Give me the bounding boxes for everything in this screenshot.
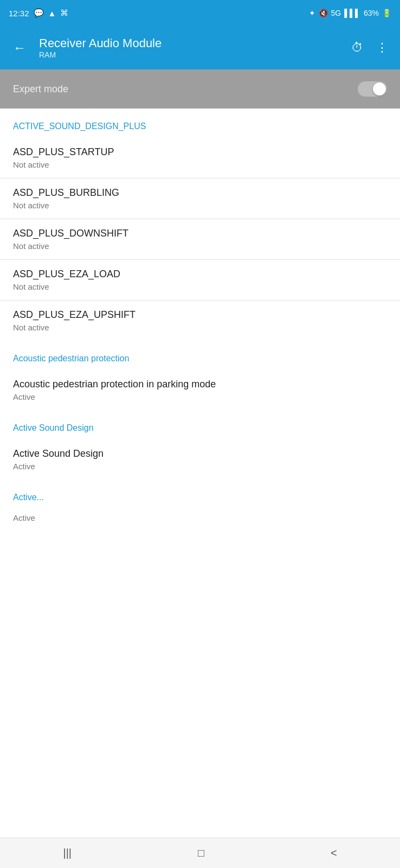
list-item-asd-plus-burbling[interactable]: ASD_PLUS_BURBLING Not active (0, 178, 400, 219)
status-bar-left: 12:32 💬 ▲ ⌘ (9, 8, 68, 18)
list-item-asd-plus-downshift[interactable]: ASD_PLUS_DOWNSHIFT Not active (0, 219, 400, 260)
section-header-partial: Active... (0, 480, 400, 505)
list-item-subtitle: Not active (13, 282, 387, 291)
list-item-asd-plus-startup[interactable]: ASD_PLUS_STARTUP Not active (0, 138, 400, 178)
list-item-title: ASD_PLUS_BURBLING (13, 187, 387, 199)
recents-button[interactable]: ||| (50, 840, 85, 866)
expert-mode-bar: Expert mode (0, 69, 400, 108)
battery-level: 63% (364, 9, 379, 17)
section-header-acoustic-pedestrian: Acoustic pedestrian protection (0, 341, 400, 370)
message-icon: 💬 (34, 8, 44, 18)
app-bar: ← Receiver Audio Module RAM ⏱ ⋮ (0, 26, 400, 69)
partial-list-item[interactable]: Active (0, 505, 400, 527)
mute-icon: 🔇 (319, 9, 328, 17)
status-time: 12:32 (9, 9, 29, 18)
list-item-title: ASD_PLUS_EZA_LOAD (13, 269, 387, 280)
battery-icon: 🔋 (382, 9, 391, 17)
toggle-thumb (373, 82, 386, 95)
network-icon: 5G (331, 9, 341, 17)
list-item-subtitle: Active (13, 462, 387, 471)
more-options-icon[interactable]: ⋮ (373, 37, 391, 58)
list-item-asd-plus-eza-load[interactable]: ASD_PLUS_EZA_LOAD Not active (0, 260, 400, 301)
list-item-subtitle: Not active (13, 201, 387, 210)
app-bar-title-container: Receiver Audio Module RAM (39, 36, 339, 59)
list-item-subtitle: Active (13, 392, 387, 401)
list-item-asd-plus-eza-upshift[interactable]: ASD_PLUS_EZA_UPSHIFT Not active (0, 301, 400, 341)
home-button[interactable]: □ (185, 840, 217, 866)
list-item-title: Acoustic pedestrian protection in parkin… (13, 379, 387, 390)
list-item-title: ASD_PLUS_STARTUP (13, 146, 387, 158)
bluetooth-icon: ✦ (309, 9, 315, 17)
car-icon: ⌘ (60, 8, 68, 18)
list-item-title: ASD_PLUS_DOWNSHIFT (13, 228, 387, 239)
back-button[interactable]: ← (9, 36, 30, 60)
list-item-app-parking-mode[interactable]: Acoustic pedestrian protection in parkin… (0, 370, 400, 410)
maps-icon: ▲ (48, 9, 56, 18)
list-item-subtitle: Not active (13, 323, 387, 332)
status-bar: 12:32 💬 ▲ ⌘ ✦ 🔇 5G ▌▌▌ 63% 🔋 (0, 0, 400, 26)
expert-mode-label: Expert mode (13, 84, 68, 95)
history-icon[interactable]: ⏱ (348, 37, 366, 58)
nav-bar: ||| □ < (0, 838, 400, 868)
signal-icon: ▌▌▌ (344, 9, 360, 17)
section-header-active-sound-design: Active Sound Design (0, 410, 400, 439)
list-item-title: Active Sound Design (13, 448, 387, 459)
app-bar-actions: ⏱ ⋮ (348, 37, 391, 58)
expert-mode-toggle[interactable] (358, 81, 387, 97)
section-header-active-sound-design-plus: ACTIVE_SOUND_DESIGN_PLUS (0, 108, 400, 138)
list-item-subtitle: Not active (13, 241, 387, 251)
list-item-active-sound-design[interactable]: Active Sound Design Active (0, 439, 400, 480)
toggle-track (358, 81, 387, 97)
list-item-subtitle: Not active (13, 160, 387, 169)
back-nav-button[interactable]: < (318, 840, 350, 866)
partial-item-subtitle: Active (13, 513, 387, 522)
status-bar-right: ✦ 🔇 5G ▌▌▌ 63% 🔋 (309, 9, 391, 17)
content-area: ACTIVE_SOUND_DESIGN_PLUS ASD_PLUS_STARTU… (0, 108, 400, 838)
list-item-title: ASD_PLUS_EZA_UPSHIFT (13, 309, 387, 321)
app-bar-title: Receiver Audio Module (39, 36, 339, 50)
app-bar-subtitle: RAM (39, 50, 339, 59)
